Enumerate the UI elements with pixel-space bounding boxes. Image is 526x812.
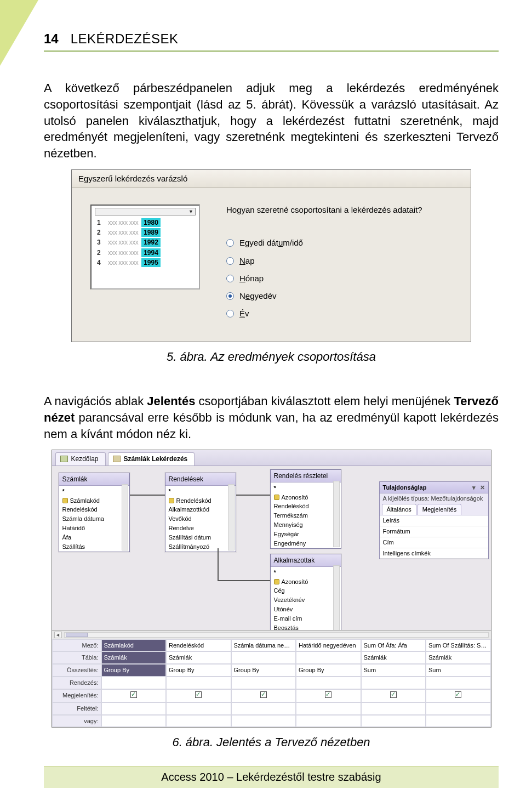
table-field[interactable]: *	[273, 484, 339, 493]
preview-dropdown[interactable]	[95, 208, 196, 215]
grid-cell[interactable]	[296, 677, 361, 689]
radio-icon[interactable]	[226, 292, 234, 300]
grid-cell[interactable]	[361, 715, 426, 728]
table-scrollbar[interactable]	[333, 565, 340, 631]
grid-cell[interactable]	[361, 689, 426, 702]
grouping-option[interactable]: Negyedév	[226, 287, 452, 305]
grid-cell[interactable]	[231, 689, 296, 702]
table-field[interactable]: Rendeléskód	[168, 496, 233, 506]
propsheet-row[interactable]: Intelligens címkék	[380, 548, 488, 559]
table-field[interactable]: *	[61, 487, 127, 496]
grid-cell[interactable]: Számlák	[166, 651, 231, 664]
qbe-grid[interactable]: Mező:SzámlakódRendeléskódSzámla dátuma n…	[52, 639, 491, 728]
grid-cell[interactable]: Group By	[296, 664, 361, 677]
table-field[interactable]: E-mail cím	[273, 614, 339, 623]
radio-icon[interactable]	[226, 239, 234, 247]
table-box[interactable]: Rendelés részletei*AzonosítóRendeléskódT…	[270, 469, 341, 549]
table-field[interactable]: Áfa	[61, 533, 127, 542]
table-field[interactable]: Szállítmányozó	[168, 542, 233, 552]
grid-cell[interactable]	[361, 702, 426, 715]
table-field[interactable]: Rendelve	[168, 524, 233, 533]
table-field[interactable]: Beosztás	[273, 623, 339, 631]
table-field[interactable]: *	[168, 487, 233, 496]
grid-cell[interactable]	[101, 689, 167, 702]
table-field[interactable]: Határidő	[61, 524, 127, 533]
grouping-option[interactable]: Hónap	[226, 270, 452, 287]
propsheet-row[interactable]: Formátum	[380, 526, 488, 537]
table-field[interactable]: Számlakód	[61, 496, 127, 506]
grid-cell[interactable]	[296, 702, 361, 715]
table-field[interactable]: Vevőkód	[168, 514, 233, 524]
grid-cell[interactable]	[231, 677, 296, 689]
grid-cell[interactable]	[296, 689, 361, 702]
grid-cell[interactable]	[426, 677, 491, 689]
table-scrollbar[interactable]	[122, 484, 128, 550]
table-box[interactable]: Alkalmazottak*AzonosítóCégVezetéknévUtón…	[270, 554, 341, 631]
grid-cell[interactable]: Group By	[101, 664, 167, 677]
propsheet-tab[interactable]: Általános	[382, 504, 416, 515]
show-checkbox[interactable]	[260, 691, 267, 698]
propsheet-row[interactable]: Cím	[380, 537, 488, 548]
table-field[interactable]: Cég	[273, 586, 339, 595]
grid-cell[interactable]	[166, 702, 231, 715]
table-field[interactable]: Rendeléskód	[61, 505, 127, 514]
grid-cell[interactable]: Group By	[231, 664, 296, 677]
grid-cell[interactable]	[101, 715, 167, 728]
show-checkbox[interactable]	[130, 691, 137, 698]
table-field[interactable]: Alkalmazottkód	[168, 505, 233, 514]
relations-hscroll[interactable]: ◄	[52, 631, 491, 639]
propsheet-tab[interactable]: Megjelenítés	[418, 504, 461, 515]
grid-cell[interactable]: Számla dátuma negye	[231, 639, 296, 652]
show-checkbox[interactable]	[195, 691, 202, 698]
grid-cell[interactable]: Rendeléskód	[166, 639, 231, 652]
grid-cell[interactable]	[101, 677, 167, 689]
radio-icon[interactable]	[226, 310, 234, 317]
grid-cell[interactable]: Sum	[426, 664, 491, 677]
grid-cell[interactable]	[231, 715, 296, 728]
table-field[interactable]: Számla dátuma	[61, 514, 127, 524]
grid-cell[interactable]: Group By	[166, 664, 231, 677]
table-field[interactable]: Utónév	[273, 605, 339, 614]
grid-cell[interactable]	[296, 651, 361, 664]
grid-cell[interactable]: Sum Of Szállítás: Száll	[426, 639, 491, 652]
grid-cell[interactable]: Sum	[361, 664, 426, 677]
table-scrollbar[interactable]	[333, 481, 340, 547]
designer-tab[interactable]: Számlák Lekérdezés	[108, 452, 195, 465]
table-field[interactable]: Azonosító	[273, 493, 339, 502]
grid-cell[interactable]: Határidő negyedéven	[296, 639, 361, 652]
propsheet-pin-icon[interactable]: ▾	[472, 484, 476, 492]
table-field[interactable]: Vezetéknév	[273, 595, 339, 605]
radio-icon[interactable]	[226, 275, 234, 282]
relations-pane[interactable]: Tulajdonságlap ▾ ✕ A kijelölés típusa: M…	[52, 466, 491, 631]
show-checkbox[interactable]	[390, 691, 397, 698]
grid-cell[interactable]: Számlák	[426, 651, 491, 664]
grid-cell[interactable]: Számlakód	[101, 639, 167, 652]
grid-cell[interactable]	[426, 689, 491, 702]
table-field[interactable]: Szállítás	[61, 542, 127, 552]
grid-cell[interactable]	[231, 651, 296, 664]
grid-cell[interactable]	[426, 715, 491, 728]
grid-cell[interactable]	[296, 715, 361, 728]
table-box[interactable]: Számlák*SzámlakódRendeléskódSzámla dátum…	[59, 473, 130, 552]
designer-tab[interactable]: Kezdőlap	[55, 452, 106, 465]
show-checkbox[interactable]	[325, 691, 331, 698]
propsheet-row[interactable]: Leírás	[380, 515, 488, 526]
grouping-option[interactable]: Nap	[226, 252, 452, 270]
table-field[interactable]: Szállítási dátum	[168, 533, 233, 542]
table-field[interactable]: Termékszám	[273, 511, 339, 520]
table-field[interactable]: Egységár	[273, 530, 339, 539]
table-field[interactable]: Rendeléskód	[273, 502, 339, 511]
grid-cell[interactable]: Számlák	[101, 651, 167, 664]
table-field[interactable]: Engedmény	[273, 539, 339, 548]
grid-cell[interactable]: Sum Of Áfa: Áfa	[361, 639, 426, 652]
grid-cell[interactable]	[166, 677, 231, 689]
grid-cell[interactable]	[101, 702, 167, 715]
propsheet-close-icon[interactable]: ✕	[480, 484, 485, 492]
radio-icon[interactable]	[226, 257, 234, 265]
grid-cell[interactable]	[426, 702, 491, 715]
table-box[interactable]: Rendelések*RendeléskódAlkalmazottkódVevő…	[165, 473, 236, 552]
grid-cell[interactable]: Számlák	[361, 651, 426, 664]
grid-cell[interactable]	[361, 677, 426, 689]
scroll-left-icon[interactable]: ◄	[54, 632, 62, 638]
grouping-option[interactable]: Év	[226, 305, 452, 322]
